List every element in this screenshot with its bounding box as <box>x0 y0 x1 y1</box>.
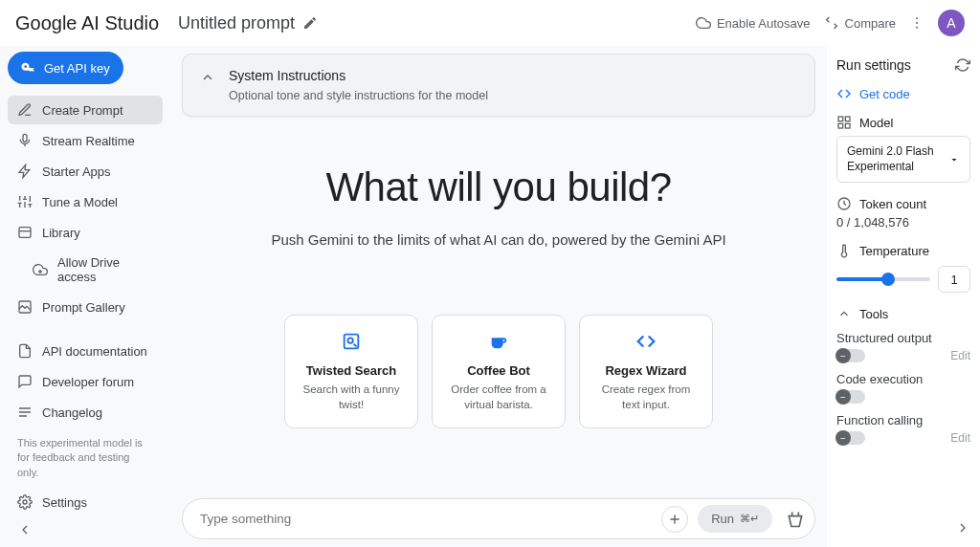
compare-label: Compare <box>845 16 896 31</box>
tool-code-execution-toggle[interactable]: − <box>836 390 865 404</box>
sidebar-item-label: Starter Apps <box>42 164 111 179</box>
model-value: Gemini 2.0 Flash Experimental <box>847 144 948 174</box>
gallery-icon <box>17 299 33 315</box>
example-card-regex-wizard[interactable]: Regex Wizard Create regex from text inpu… <box>579 315 713 428</box>
sidebar-item-label: Tune a Model <box>42 195 118 209</box>
sidebar-item-create-prompt[interactable]: Create Prompt <box>8 96 163 124</box>
svg-rect-4 <box>19 228 31 238</box>
chevron-up-icon[interactable] <box>836 306 852 321</box>
card-title: Twisted Search <box>297 363 406 378</box>
forum-icon <box>17 374 33 389</box>
chevron-right-icon[interactable] <box>955 520 970 536</box>
hero-subtext: Push Gemini to the limits of what AI can… <box>271 231 725 248</box>
sidebar-link-changelog[interactable]: Changelog <box>8 398 163 427</box>
sidebar-link-label: Developer forum <box>42 375 134 389</box>
code-icon <box>836 86 852 101</box>
system-instructions-sub: Optional tone and style instructions for… <box>229 89 488 102</box>
gear-icon <box>17 494 33 510</box>
sidebar-item-tune-model[interactable]: Tune a Model <box>8 187 163 216</box>
chevron-up-icon <box>200 70 215 85</box>
sidebar-item-label: Prompt Gallery <box>42 300 125 315</box>
model-icon <box>836 115 852 130</box>
mic-icon <box>17 133 33 148</box>
token-icon <box>836 196 852 211</box>
autosave-label: Enable Autosave <box>717 16 811 31</box>
tools-label: Tools <box>859 307 888 321</box>
compare-icon <box>824 15 839 31</box>
compare-button[interactable]: Compare <box>824 15 896 31</box>
sidebar-link-label: Changelog <box>42 405 102 420</box>
brand: Google AI Studio <box>15 12 167 34</box>
sidebar-item-label: Stream Realtime <box>42 134 135 148</box>
enable-autosave-button[interactable]: Enable Autosave <box>696 15 811 31</box>
svg-point-2 <box>916 27 918 29</box>
temp-label: Temperature <box>859 244 929 258</box>
card-desc: Search with a funny twist! <box>297 382 406 412</box>
token-label: Token count <box>859 197 926 211</box>
example-card-coffee-bot[interactable]: Coffee Bot Order coffee from a virtual b… <box>432 315 566 428</box>
temperature-input[interactable]: 1 <box>938 266 970 293</box>
temperature-slider[interactable] <box>836 277 930 281</box>
prompt-bar: Run ⌘↵ <box>182 498 815 539</box>
card-desc: Order coffee from a virtual barista. <box>444 382 553 412</box>
sidebar-link-api-docs[interactable]: API documentation <box>8 337 163 365</box>
sidebar-link-label: API documentation <box>42 344 147 359</box>
svg-rect-11 <box>838 123 843 128</box>
card-title: Regex Wizard <box>591 363 701 378</box>
avatar[interactable]: A <box>938 10 965 36</box>
sidebar-item-label: Library <box>42 226 80 240</box>
run-button[interactable]: Run ⌘↵ <box>698 505 772 533</box>
tool-edit-link[interactable]: Edit <box>950 349 970 362</box>
changelog-icon <box>17 405 33 420</box>
tool-function-calling-label: Function calling <box>836 413 970 427</box>
clear-icon[interactable] <box>786 510 805 529</box>
edit-icon <box>17 102 33 118</box>
sidebar-item-stream-realtime[interactable]: Stream Realtime <box>8 126 163 155</box>
doc-icon <box>17 343 33 359</box>
tool-edit-link[interactable]: Edit <box>950 431 970 445</box>
svg-rect-9 <box>838 117 843 121</box>
card-title: Coffee Bot <box>444 363 553 378</box>
tool-structured-output-label: Structured output <box>836 331 970 345</box>
add-button[interactable] <box>661 506 688 533</box>
cloud-icon <box>696 15 711 31</box>
temp-icon <box>836 243 852 258</box>
prompt-title[interactable]: Untitled prompt <box>178 13 295 33</box>
shortcut-icon: ⌘↵ <box>740 513 759 525</box>
prompt-input[interactable] <box>200 512 652 526</box>
tool-structured-output-toggle[interactable]: − <box>836 349 865 362</box>
model-label: Model <box>859 116 893 130</box>
sidebar-item-label: Allow Drive access <box>57 255 153 284</box>
svg-point-8 <box>347 338 353 343</box>
hero-heading: What will you build? <box>325 164 671 210</box>
tune-icon <box>17 194 33 209</box>
run-label: Run <box>711 512 734 526</box>
sidebar-settings[interactable]: Settings <box>8 488 163 516</box>
sidebar-item-drive-access[interactable]: Allow Drive access <box>8 249 163 291</box>
chevron-down-icon <box>948 154 960 165</box>
sidebar-link-dev-forum[interactable]: Developer forum <box>8 367 163 396</box>
system-instructions-card[interactable]: System Instructions Optional tone and st… <box>182 54 815 117</box>
sidebar-item-library[interactable]: Library <box>8 218 163 247</box>
example-card-twisted-search[interactable]: Twisted Search Search with a funny twist… <box>284 315 418 428</box>
sidebar-item-starter-apps[interactable]: Starter Apps <box>8 157 163 186</box>
svg-rect-10 <box>845 117 850 121</box>
get-api-key-button[interactable]: Get API key <box>8 52 123 84</box>
model-select[interactable]: Gemini 2.0 Flash Experimental <box>836 136 970 183</box>
disclaimer: This experimental model is for feedback … <box>8 428 163 488</box>
tool-function-calling-toggle[interactable]: − <box>836 431 865 445</box>
code-icon <box>635 331 657 352</box>
drive-icon <box>33 262 48 277</box>
more-icon[interactable] <box>909 15 924 31</box>
get-code-label: Get code <box>859 87 910 101</box>
token-value: 0 / 1,048,576 <box>836 215 970 230</box>
search-icon <box>341 331 362 352</box>
svg-point-6 <box>23 500 27 504</box>
collapse-sidebar-button[interactable] <box>8 516 163 543</box>
svg-point-0 <box>916 17 918 19</box>
get-code-link[interactable]: Get code <box>836 86 970 101</box>
edit-title-icon[interactable] <box>302 15 318 31</box>
sidebar-item-prompt-gallery[interactable]: Prompt Gallery <box>8 293 163 321</box>
refresh-icon[interactable] <box>955 57 970 73</box>
sidebar-item-label: Create Prompt <box>42 103 123 118</box>
